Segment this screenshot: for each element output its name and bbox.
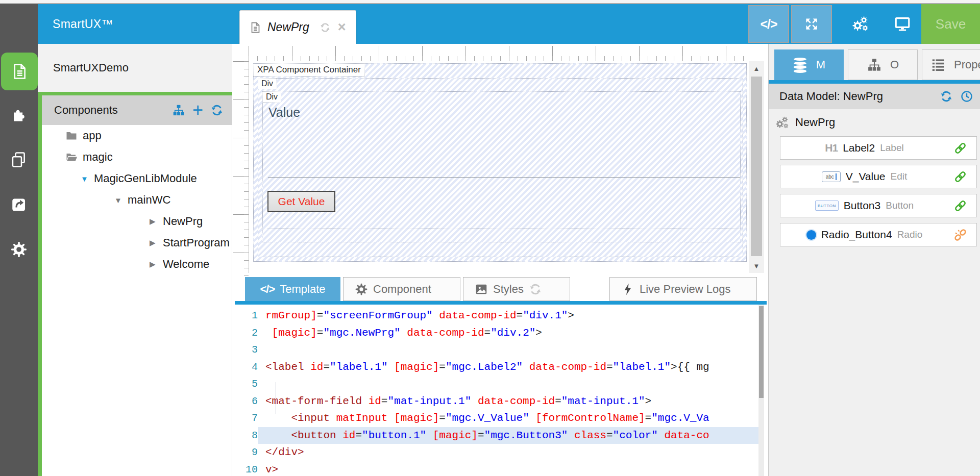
code-token: "screenFormGroup" [323, 310, 432, 321]
refresh-icon[interactable] [940, 90, 953, 103]
preview-button[interactable] [887, 4, 918, 44]
pages-icon [10, 151, 28, 168]
container-tag[interactable]: XPA Component Container [253, 63, 365, 77]
components-title: Components [54, 104, 118, 117]
code-token: [formControlName] [535, 412, 645, 424]
save-button[interactable]: Save [921, 4, 980, 44]
editor-scrollbar[interactable] [758, 305, 764, 476]
tree-item-welcome[interactable]: ▶ Welcome [42, 254, 232, 275]
code-token: data-comp-id [407, 327, 484, 339]
field-row-label2[interactable]: H1 Label2 Label [780, 136, 977, 160]
model-root-row[interactable]: NewPrg [769, 109, 980, 136]
vertical-ruler [232, 61, 249, 299]
close-icon[interactable]: × [338, 20, 346, 34]
tree-item-magic[interactable]: magic [42, 146, 232, 168]
scroll-down-icon[interactable]: ▼ [749, 259, 764, 273]
tree-item-magicgenlibmodule[interactable]: ▼ MagicGenLibModule [42, 168, 232, 189]
code-token: = [555, 395, 561, 407]
code-token [336, 430, 343, 441]
tree-item-newprg[interactable]: ▶ NewPrg [42, 211, 232, 232]
tab-properties[interactable]: Proper [922, 49, 980, 80]
line-number: 4 [232, 361, 258, 373]
code-line[interactable]: 2 [magic]="mgc.NewPrg" data-comp-id="div… [232, 324, 758, 342]
broken-link-icon[interactable] [953, 228, 967, 242]
code-line[interactable]: 6<mat-form-field id="mat-input.1" data-c… [232, 393, 758, 410]
tab-component[interactable]: Component [343, 277, 460, 301]
code-line[interactable]: 9</div> [232, 444, 758, 461]
chevron-down-icon[interactable]: ▼ [81, 174, 94, 183]
code-line[interactable]: 4<label id="label.1" [magic]="mgc.Label2… [232, 359, 758, 376]
code-token: > [535, 327, 542, 339]
div-tag[interactable]: Div [258, 78, 277, 89]
org-chart-icon[interactable] [172, 104, 185, 117]
sidebar-item-screens[interactable] [1, 53, 38, 90]
field-row-v-value[interactable]: abc V_Value Edit [780, 165, 977, 188]
settings-button[interactable] [845, 4, 876, 44]
code-token: = [484, 327, 491, 339]
field-row-radio-button4[interactable]: Radio_Button4 Radio [780, 223, 977, 246]
code-view-button[interactable]: </> [748, 5, 789, 43]
fullscreen-button[interactable] [791, 5, 832, 43]
xpa-component-container[interactable]: XPA Component Container Div Div Value Ge… [253, 63, 747, 262]
code-line[interactable]: 5 [232, 375, 758, 393]
value-label-widget[interactable]: Value [268, 105, 300, 120]
chevron-right-icon[interactable]: ▶ [150, 260, 163, 269]
top-bar: SmartUX™ NewPrg × </> Save [38, 4, 980, 44]
chevron-right-icon[interactable]: ▶ [150, 238, 163, 247]
tree-item-app[interactable]: app [42, 125, 232, 146]
document-tab-newprg[interactable]: NewPrg × [239, 10, 356, 44]
field-row-button3[interactable]: BUTTON Button3 Button [780, 194, 977, 217]
tab-template[interactable]: </> Template [245, 277, 340, 301]
link-icon[interactable] [953, 170, 967, 184]
code-line[interactable]: 1rmGroup]="screenFormGroup" data-comp-id… [232, 307, 758, 324]
code-line[interactable]: 10v> [232, 461, 758, 476]
tab-styles[interactable]: Styles [463, 277, 570, 301]
canvas-scrollbar[interactable]: ▲ ▼ [749, 61, 764, 273]
tree-item-mainwc[interactable]: ▼ mainWC [42, 189, 232, 211]
tab-live-preview-logs[interactable]: Live Preview Logs [609, 277, 757, 301]
sidebar-item-settings[interactable] [0, 233, 38, 266]
history-clock-icon[interactable] [960, 90, 973, 103]
refresh-icon[interactable] [320, 22, 331, 33]
design-surface[interactable]: XPA Component Container Div Div Value Ge… [249, 61, 749, 273]
code-text: <input matInput [magic]="mgc.V_Value" [f… [258, 410, 758, 427]
code-line[interactable]: 3 [232, 341, 758, 359]
div-tag[interactable]: Div [262, 91, 281, 103]
div2-container[interactable]: Div Value Get Value [262, 91, 741, 242]
sidebar-item-components[interactable] [0, 98, 38, 131]
code-lines[interactable]: 1rmGroup]="screenFormGroup" data-comp-id… [232, 305, 758, 476]
code-token: = [606, 361, 613, 373]
chevron-down-icon[interactable]: ▼ [114, 196, 128, 205]
ruler-corner [232, 62, 249, 62]
gear-icon [355, 283, 368, 296]
heading-icon: H1 [825, 142, 838, 154]
div1-container[interactable]: Div Div Value Get Value [258, 78, 743, 257]
components-panel: SmartUXDemo Components + app magic ▼ Mag… [38, 44, 232, 476]
code-token [387, 361, 394, 373]
chevron-right-icon[interactable]: ▶ [150, 217, 163, 226]
scrollbar-thumb[interactable] [759, 306, 764, 398]
sidebar-item-copies[interactable] [0, 143, 38, 176]
code-token: id [342, 430, 355, 441]
sidebar-item-publish[interactable] [0, 188, 38, 220]
tree-item-label: Welcome [163, 258, 209, 271]
input-underline-widget[interactable] [268, 177, 740, 178]
horizontal-ruler [249, 45, 749, 61]
link-icon[interactable] [953, 141, 967, 155]
add-icon[interactable]: + [192, 104, 203, 117]
tab-model[interactable]: M [774, 49, 844, 80]
link-icon[interactable] [953, 199, 967, 213]
scrollbar-thumb[interactable] [751, 77, 762, 256]
code-line[interactable]: 8 <button id="button.1" [magic]="mgc.But… [232, 427, 758, 444]
get-value-button-widget[interactable]: Get Value [267, 191, 335, 212]
document-tab-title: NewPrg [267, 20, 309, 34]
tab-outline[interactable]: O [848, 49, 918, 80]
refresh-icon[interactable] [210, 104, 224, 117]
button-icon: BUTTON [815, 201, 839, 211]
code-line[interactable]: 7 <input matInput [magic]="mgc.V_Value" … [232, 410, 758, 427]
tree-item-startprogram[interactable]: ▶ StartProgram [42, 232, 232, 254]
project-name[interactable]: SmartUXDemo [38, 44, 232, 92]
field-type: Label [880, 142, 904, 154]
scroll-up-icon[interactable]: ▲ [749, 61, 764, 76]
refresh-icon[interactable] [529, 283, 542, 296]
